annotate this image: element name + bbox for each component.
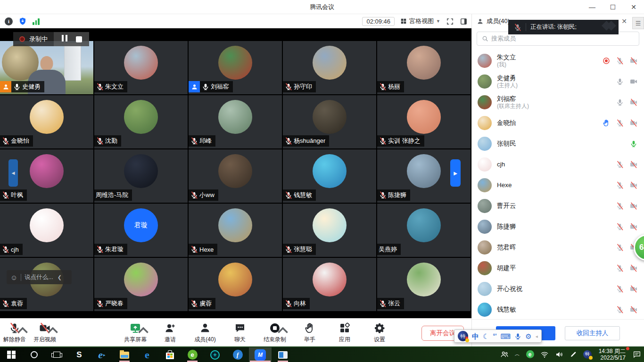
ime-toolbar[interactable]: 特 中 ☾ °’ ⌨ ⚙ ◂ — [454, 329, 542, 343]
video-cell[interactable]: 朱文立 — [94, 41, 188, 94]
toolbar-member-button[interactable]: 成员(40) — [193, 319, 217, 344]
member-row[interactable]: Hexe — [472, 175, 644, 196]
taskbar-app-teal-icon[interactable]: + — [204, 347, 226, 362]
pause-recording-button[interactable] — [61, 35, 68, 43]
chevron-up-icon[interactable] — [138, 325, 149, 336]
meeting-info-icon[interactable]: i — [5, 17, 13, 25]
panel-close-icon[interactable]: ✕ — [621, 17, 627, 25]
toolbar-mic-muted-dark-button[interactable]: 解除静音 — [3, 319, 26, 344]
video-cell[interactable]: 袁蓉 — [0, 258, 93, 311]
ime-collapse-icon[interactable]: ◂ — [536, 334, 538, 339]
video-cell[interactable]: 邱峰 — [189, 95, 282, 148]
member-row[interactable]: 曹开云 — [472, 196, 644, 216]
video-cell[interactable]: 向林 — [283, 258, 376, 311]
sogou-tray-icon[interactable]: 特 — [583, 350, 592, 359]
tray-people[interactable] — [500, 350, 509, 359]
member-row[interactable]: 刘福窑(联席主持人) — [472, 92, 644, 113]
video-cell[interactable]: 张慧聪 — [283, 204, 376, 257]
maximize-button[interactable]: ☐ — [603, 0, 623, 14]
taskbar-store-icon[interactable] — [158, 347, 181, 362]
member-row[interactable]: 张朝民 — [472, 133, 644, 154]
video-cell[interactable]: 杨shuǎnger — [283, 95, 376, 148]
prev-page-arrow[interactable]: ◀ — [8, 159, 18, 187]
browser-e-icon[interactable]: e — [526, 350, 534, 358]
video-cell[interactable]: cjh — [0, 204, 93, 257]
toolbar-gear-button[interactable]: 设置 — [368, 319, 391, 344]
taskbar-sogou-s-icon[interactable]: S — [68, 347, 91, 362]
emoji-icon[interactable]: ☺ — [10, 273, 17, 281]
ime-lang-toggle[interactable]: 中 — [472, 333, 479, 340]
quick-chat-bubble[interactable]: ☺ 说点什么... ❮ — [7, 270, 72, 284]
layout-mode-dropdown[interactable]: 宫格视图 ▼ — [400, 17, 440, 25]
hidden-icons-chevron[interactable]: ︿ — [515, 351, 520, 358]
video-cell[interactable]: 实训 张静之 — [377, 95, 471, 148]
video-cell[interactable]: 史健勇 — [0, 41, 93, 94]
chevron-up-icon[interactable] — [277, 325, 289, 336]
ime-keyboard-icon[interactable]: ⌨ — [501, 333, 511, 340]
video-cell[interactable]: 刘福窑 — [189, 41, 282, 94]
member-row[interactable]: 朱文立(我) — [472, 50, 644, 71]
ime-punct-icon[interactable]: °’ — [493, 333, 496, 339]
taskbar-explorer-icon[interactable] — [113, 347, 136, 362]
video-cell[interactable]: 钱慧敏 — [283, 149, 376, 203]
toolbar-invite-button[interactable]: 邀请 — [158, 319, 182, 344]
video-cell[interactable]: 吴燕婷 — [377, 204, 471, 257]
video-cell[interactable]: 张云 — [377, 258, 471, 311]
toolbar-apps-button[interactable]: 应用 — [333, 319, 356, 344]
taskbar-clock[interactable]: 14:38 周二 2022/5/17 — [599, 348, 626, 361]
toolbar-stop-record-button[interactable]: 结束录制 — [263, 319, 287, 344]
taskbar-start-icon[interactable] — [0, 347, 23, 362]
member-row[interactable]: 陈捷狮 — [472, 216, 644, 237]
ime-mic-icon[interactable] — [514, 333, 521, 340]
taskbar-tencent-meeting-icon[interactable]: M — [249, 347, 272, 362]
taskbar-app-green-icon[interactable]: e — [181, 347, 204, 362]
chevron-up-icon[interactable] — [47, 325, 58, 336]
chevron-up-icon[interactable] — [17, 325, 28, 336]
video-cell[interactable]: 沈勤 — [94, 95, 188, 148]
menu-hamburger-icon[interactable]: ☰ — [632, 17, 644, 29]
tray-wifi[interactable] — [540, 350, 549, 359]
tray-volume[interactable] — [555, 350, 563, 359]
taskbar-whiteboard-icon[interactable] — [272, 347, 294, 362]
fullscreen-icon[interactable] — [446, 17, 454, 25]
ime-settings-icon[interactable]: ⚙ — [525, 333, 531, 340]
video-cell[interactable]: 周维浩-马院 — [94, 149, 188, 203]
video-cell[interactable]: Hexe — [189, 204, 282, 257]
next-page-arrow[interactable]: ▶ — [450, 159, 461, 187]
tray-pen[interactable] — [570, 351, 577, 358]
chat-placeholder[interactable]: 说点什么... — [25, 273, 53, 281]
member-row[interactable]: 开心祝祝 — [472, 279, 644, 299]
video-cell[interactable]: 小ww — [189, 149, 282, 203]
taskbar-edge-icon[interactable]: e — [136, 347, 158, 362]
toolbar-chat-button[interactable]: 聊天 — [228, 319, 252, 344]
member-row[interactable]: 史健勇(主持人) — [472, 71, 644, 92]
member-row[interactable]: cjh — [472, 154, 644, 175]
tray-browser-e[interactable]: e — [526, 350, 534, 358]
member-row[interactable]: 范君晖 — [472, 237, 644, 258]
network-signal-icon[interactable] — [33, 18, 40, 25]
tray-sogou-ime[interactable]: 特 — [583, 350, 592, 359]
taskbar-cortana-icon[interactable] — [23, 347, 45, 362]
toolbar-share-screen-button[interactable]: 共享屏幕 — [124, 319, 147, 344]
tray-chevron-up[interactable]: ︿ — [515, 351, 520, 358]
member-row[interactable]: 钱慧敏 — [472, 299, 644, 319]
video-cell[interactable]: 君璇朱君璇 — [94, 204, 188, 257]
video-cell[interactable]: 虞蓉 — [189, 258, 282, 311]
ime-moon-icon[interactable]: ☾ — [483, 333, 489, 340]
taskbar-ie-icon[interactable]: e▸ — [91, 347, 113, 362]
video-cell[interactable]: 金晓怡 — [0, 95, 93, 148]
taskbar-app-f-icon[interactable]: f — [226, 347, 249, 362]
stop-recording-button[interactable] — [76, 36, 82, 42]
close-button[interactable]: ✕ — [623, 0, 644, 14]
side-panel-toggle-icon[interactable] — [460, 17, 468, 25]
reclaim-host-button[interactable]: 收回主持人 — [565, 326, 620, 340]
toolbar-cam-off-dark-button[interactable]: 开启视频 — [33, 319, 57, 344]
member-row[interactable]: 胡建平 — [472, 258, 644, 279]
minimize-button[interactable]: — — [582, 0, 603, 14]
toolbar-raise-hand-button[interactable]: 举手 — [298, 319, 322, 344]
security-shield-icon[interactable] — [18, 17, 27, 25]
taskbar-task-view-icon[interactable] — [45, 347, 68, 362]
video-cell[interactable]: 孙守印 — [283, 41, 376, 94]
video-cell[interactable]: 杨丽 — [377, 41, 471, 94]
video-cell[interactable]: 严晓春 — [94, 258, 188, 311]
